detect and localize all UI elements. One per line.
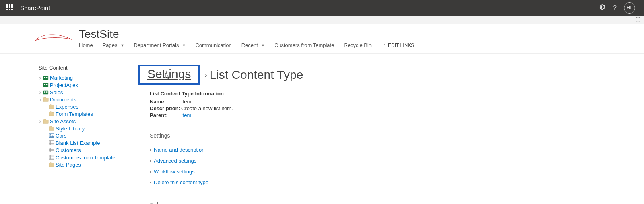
- expand-icon[interactable]: ▷: [39, 76, 42, 80]
- svg-rect-6: [46, 84, 48, 85]
- tree-item-link[interactable]: Blank List Example: [56, 140, 100, 146]
- chevron-right-icon: ›: [204, 71, 207, 79]
- svg-rect-9: [46, 91, 48, 93]
- tree-item-link[interactable]: Customers from Template: [56, 155, 116, 161]
- chevron-down-icon: ▼: [182, 43, 186, 47]
- avatar-initials: HL: [627, 6, 632, 10]
- edit-links-button[interactable]: EDIT LINKS: [381, 43, 414, 48]
- lib-icon: [49, 104, 54, 109]
- site-header: TestSite Home Pages▼ Department Portals▼…: [0, 24, 644, 54]
- info-parent-link[interactable]: Item: [181, 112, 191, 118]
- tree-item-link[interactable]: Site Pages: [56, 162, 81, 168]
- tree-item-link[interactable]: Sales: [50, 89, 63, 95]
- workflow-settings-link[interactable]: Workflow settings: [154, 169, 195, 175]
- tree-item: Form Templates: [39, 110, 137, 117]
- nav-recent[interactable]: Recent▼: [242, 42, 265, 48]
- nav-customers-template[interactable]: Customers from Template: [275, 42, 334, 48]
- bullet-icon: [150, 149, 151, 151]
- suite-bar-right: ? HL: [599, 2, 640, 14]
- settings-links-list: Name and description Advanced settings W…: [150, 144, 644, 188]
- content-area: Site Content ▷MarketingProjectApex▷Sales…: [0, 54, 644, 204]
- app-launcher-icon[interactable]: [6, 4, 14, 12]
- nav-dept-label: Department Portals: [134, 42, 179, 48]
- svg-rect-20: [49, 155, 54, 160]
- svg-rect-3: [46, 77, 48, 78]
- breadcrumb: Settings › List Content Type: [138, 65, 644, 85]
- columns-section-title: Columns: [150, 202, 644, 204]
- svg-rect-5: [44, 84, 46, 85]
- nav-dept-portals[interactable]: Department Portals▼: [134, 42, 186, 48]
- tree-item-link[interactable]: Marketing: [50, 75, 73, 81]
- info-desc-label: Description:: [150, 105, 179, 111]
- lib-icon: [49, 162, 54, 167]
- nav-communication[interactable]: Communication: [195, 42, 231, 48]
- info-heading: List Content Type Information: [150, 91, 644, 97]
- tree-item-link[interactable]: Documents: [50, 97, 76, 103]
- tree-item-link[interactable]: Site Assets: [50, 118, 76, 124]
- settings-crumb-highlighted: Settings: [138, 65, 200, 85]
- tree-item-link[interactable]: Cars: [56, 133, 66, 139]
- list-item: Name and description: [150, 144, 644, 155]
- nav-pages-label: Pages: [103, 42, 118, 48]
- app-name[interactable]: SharePoint: [20, 4, 50, 11]
- main-panel: Settings › List Content Type List Conten…: [137, 65, 644, 204]
- info-row-description: Description: Create a new list item.: [150, 105, 644, 112]
- svg-point-0: [601, 6, 603, 8]
- chevron-down-icon: ▼: [121, 43, 124, 47]
- nav-pages[interactable]: Pages▼: [103, 42, 124, 48]
- tree-item-link[interactable]: Customers: [56, 147, 81, 153]
- tree-item-link[interactable]: ProjectApex: [50, 82, 78, 88]
- pencil-icon: [381, 43, 386, 48]
- gear-icon[interactable]: [599, 4, 606, 12]
- list-item: Delete this content type: [150, 177, 644, 188]
- tree-item: ▷Documents: [39, 96, 137, 103]
- lib-icon: [49, 126, 54, 131]
- bullet-icon: [150, 182, 151, 183]
- chevron-down-icon: ▼: [261, 43, 265, 47]
- info-parent-label: Parent:: [150, 112, 179, 118]
- nav-recycle-bin[interactable]: Recycle Bin: [344, 42, 372, 48]
- tree-item-link[interactable]: Style Library: [56, 126, 85, 132]
- list-icon: [49, 140, 54, 146]
- nav-comm-label: Communication: [195, 42, 231, 48]
- name-description-link[interactable]: Name and description: [154, 147, 204, 153]
- avatar[interactable]: HL: [624, 2, 635, 14]
- nav-custtpl-label: Customers from Template: [275, 42, 334, 48]
- advanced-settings-link[interactable]: Advanced settings: [154, 158, 196, 164]
- focus-mode-icon[interactable]: [635, 17, 641, 24]
- svg-rect-8: [44, 91, 46, 93]
- info-row-parent: Parent: Item: [150, 112, 644, 119]
- tree-item: Expenses: [39, 103, 137, 110]
- lib-icon: [43, 97, 49, 102]
- tree-item: ▷Sales: [39, 89, 137, 96]
- tree-item: Blank List Example: [39, 139, 137, 146]
- svg-point-11: [50, 134, 51, 136]
- expand-icon[interactable]: ▷: [39, 90, 42, 95]
- piclib-icon: [49, 133, 54, 138]
- svg-rect-16: [49, 148, 54, 152]
- help-icon[interactable]: ?: [613, 4, 617, 12]
- nav-home[interactable]: Home: [79, 42, 93, 48]
- bullet-icon: [150, 160, 151, 162]
- tree-item: Cars: [39, 132, 137, 139]
- expand-icon[interactable]: ▷: [39, 119, 42, 124]
- expand-icon[interactable]: ▷: [39, 97, 42, 102]
- tree-item: ProjectApex: [39, 81, 137, 89]
- site-logo[interactable]: [31, 28, 76, 47]
- list-item: Workflow settings: [150, 166, 644, 177]
- site-title[interactable]: TestSite: [79, 29, 414, 40]
- edit-links-label: EDIT LINKS: [388, 43, 414, 48]
- tree-item: Customers: [39, 146, 137, 154]
- subsite-icon: [43, 89, 49, 95]
- nav-recent-label: Recent: [242, 42, 258, 48]
- tree-item-link[interactable]: Form Templates: [56, 111, 93, 117]
- tree-item: Customers from Template: [39, 154, 137, 161]
- tree-item: ▷Marketing: [39, 74, 137, 81]
- tree-item: ▷Site Assets: [39, 117, 137, 125]
- delete-content-type-link[interactable]: Delete this content type: [154, 179, 208, 185]
- tree-item-link[interactable]: Expenses: [56, 104, 78, 110]
- top-nav: Home Pages▼ Department Portals▼ Communic…: [79, 42, 414, 48]
- settings-link[interactable]: Settings: [147, 67, 191, 80]
- list-icon: [49, 147, 54, 153]
- left-nav-heading: Site Content: [39, 65, 137, 71]
